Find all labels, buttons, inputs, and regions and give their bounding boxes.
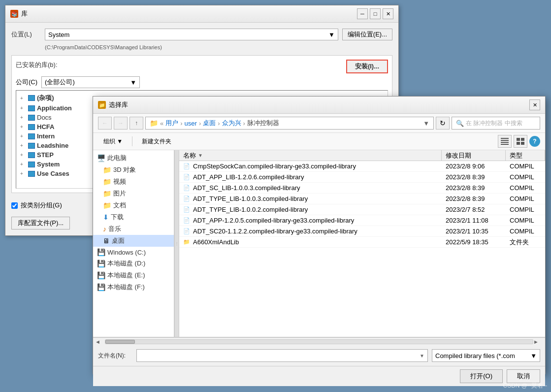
folder-label-documents: 文档 [113,201,126,210]
filetype-combo[interactable]: Compiled library files (*.com ▼ [432,349,540,362]
filetype-value: Compiled library files (*.com [435,352,515,359]
group-by-category-checkbox[interactable] [11,202,18,209]
lib-config-button[interactable]: 库配置文件(P)... [11,217,70,229]
tree-label-leadshine: Leadshine [37,142,68,149]
search-box[interactable]: 🔍 在 脉冲控制器 中搜索 [452,117,540,130]
scroll-right-button[interactable]: ► [533,339,543,345]
folder-item-video[interactable]: 📁 视频 [93,176,174,188]
location-combo[interactable]: System ▼ [45,29,338,40]
column-header-type[interactable]: 类型 [506,150,545,161]
panel-resize-handle[interactable]: ⋮ [174,150,179,337]
cancel-button[interactable]: 取消 [507,369,540,383]
file-row[interactable]: 📄 CmpStepSockCan.compiled-library-ge33.c… [179,161,545,172]
scroll-left-button[interactable]: ◄ [95,339,105,345]
file-icon-3: 📄 [183,196,190,202]
file-row[interactable]: 📄 ADT_TYPE_LIB-1.0.0.2.compiled-library … [179,204,545,215]
help-button[interactable]: ? [529,136,540,147]
up-button[interactable]: ↑ [130,117,143,130]
folder-item-drivee[interactable]: 💾 本地磁盘 (E:) [93,269,174,281]
svg-rect-6 [517,142,520,145]
installed-title: 已安装的库(b): [16,61,58,69]
file-icon-1: 📄 [183,174,190,181]
install-button[interactable]: 安装(I)... [346,60,388,73]
file-row[interactable]: 📄 ADT_TYPE_LIB-1.0.0.3.compiled-library … [179,194,545,204]
file-icon-5: 📄 [183,217,190,224]
scroll-thumb[interactable] [105,340,135,344]
file-row[interactable]: 📄 ADT_SC20-1.1.2.2.compiled-library-ge33… [179,226,545,237]
close-button[interactable]: ✕ [383,8,393,19]
breadcrumb-part3[interactable]: 桌面 [203,119,216,128]
breadcrumb-part5[interactable]: 脉冲控制器 [247,119,279,128]
breadcrumb-part1[interactable]: 用户 [165,119,178,128]
filename-dropdown-arrow[interactable]: ▼ [420,353,424,359]
svg-rect-4 [517,138,520,141]
file-name-2: ADT_SC_LIB-1.0.0.3.compiled-library [193,184,300,192]
file-name-1: ADT_APP_LIB-1.2.0.6.compiled-library [193,173,304,181]
company-value: (全部公司) [45,78,75,87]
breadcrumb-part4[interactable]: 众为兴 [222,119,241,128]
file-name-3: ADT_TYPE_LIB-1.0.0.3.compiled-library [193,195,308,202]
scroll-track[interactable] [105,339,533,344]
tree-expander-usecases: + [20,171,26,176]
folder-item-3d[interactable]: 📁 3D 对象 [93,164,174,176]
drive-d-icon: 💾 [97,260,105,267]
new-folder-button[interactable]: 新建文件夹 [136,135,177,148]
tree-expander-application: + [20,105,26,111]
breadcrumb-part2[interactable]: user [185,120,197,127]
edit-location-button[interactable]: 编辑位置(E)... [342,29,392,40]
search-placeholder: 在 脉冲控制器 中搜索 [466,119,522,128]
folder-item-downloads[interactable]: ⬇ 下载 [93,211,174,223]
file-row[interactable]: 📄 ADT_SC_LIB-1.0.0.3.compiled-library 20… [179,183,545,194]
folder-item-drivef[interactable]: 💾 本地磁盘 (F:) [93,281,174,293]
back-button[interactable]: ← [98,117,112,130]
view-details-button[interactable] [498,135,512,148]
file-row[interactable]: 📄 ADT_APP_LIB-1.2.0.6.compiled-library 2… [179,172,545,183]
view-tiles-icon [517,138,524,145]
folder-label-pictures: 图片 [113,189,126,198]
maximize-button[interactable]: □ [370,8,381,19]
refresh-button[interactable]: ↻ [436,117,450,130]
toolbar-bar: 组织 ▼ 新建文件夹 ? [93,133,545,150]
pictures-icon: 📁 [103,190,111,197]
open-button[interactable]: 打开(O) [460,369,503,383]
folder-item-drived[interactable]: 💾 本地磁盘 (D:) [93,258,174,269]
tree-expander-misc: + [20,96,26,101]
view-tiles-button[interactable] [514,135,527,148]
filename-input-wrap[interactable]: ▼ [136,349,428,362]
folder-item-music[interactable]: ♪ 音乐 [93,223,174,235]
folder-label-drivee: 本地磁盘 (E:) [107,271,145,280]
column-header-date[interactable]: 修改日期 [442,150,506,161]
folder-label-video: 视频 [113,177,126,186]
forward-button[interactable]: → [114,117,128,130]
folder-label-windowsc: Windows (C:) [107,249,146,256]
column-header-name[interactable]: 名称 ▼ [179,150,442,161]
drive-e-icon: 💾 [97,271,105,279]
folder-item-computer[interactable]: 🖥️ 此电脑 [93,152,174,164]
file-date-3: 2023/2/8 8:39 [442,194,506,203]
minimize-button[interactable]: ─ [357,8,368,19]
folder-item-pictures[interactable]: 📁 图片 [93,188,174,199]
file-type-0: COMPIL [506,162,545,171]
file-date-2: 2023/2/8 8:39 [442,183,506,193]
folder-item-desktop[interactable]: 🖥 桌面 [93,235,174,247]
library-dialog-title: 库 [21,9,28,18]
tree-icon-step [28,152,35,158]
folder-item-windowsc[interactable]: 💾 Windows (C:) [93,247,174,258]
folder-item-documents[interactable]: 📁 文档 [93,199,174,211]
horizontal-scrollbar[interactable]: ◄ ► [93,337,545,345]
downloads-icon: ⬇ [103,213,109,221]
file-row[interactable]: 📁 A660XmlAndLib 2022/5/9 18:35 文件夹 [179,237,545,248]
file-row[interactable]: 📄 ADT_APP-1.2.0.5.compiled-library-ge33.… [179,215,545,226]
company-label: 公司(C) [16,78,37,87]
company-combo[interactable]: (全部公司) ▼ [41,76,140,88]
breadcrumb-bar[interactable]: 📁 « 用户 › user › 桌面 › 众为兴 › 脉冲控制器 ▼ [145,117,434,130]
file-chooser-close-button[interactable]: ✕ [529,99,540,110]
tree-label-docs: Docs [37,114,52,121]
location-combo-arrow: ▼ [328,31,335,38]
organize-button[interactable]: 组织 ▼ [98,135,128,148]
filename-input[interactable] [140,352,418,359]
tree-expander-docs: + [20,115,26,120]
breadcrumb-dropdown-arrow[interactable]: ▼ [423,120,429,127]
tree-expander-step: + [20,152,26,158]
breadcrumb-sep3: › [199,120,201,127]
